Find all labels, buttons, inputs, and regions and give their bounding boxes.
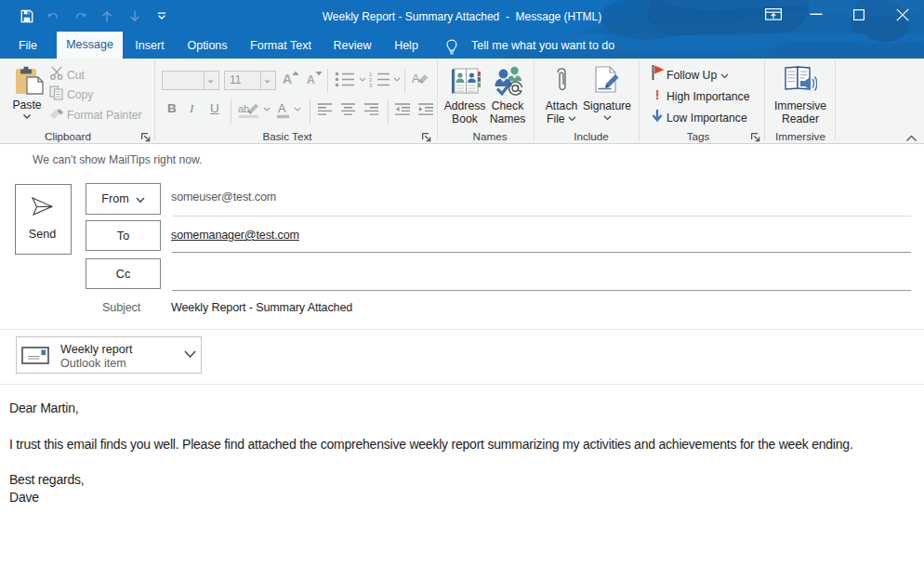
svg-text:A: A [412,72,420,85]
svg-text:A: A [278,101,286,115]
svg-text:3: 3 [369,83,373,87]
svg-text:ab: ab [238,103,249,114]
